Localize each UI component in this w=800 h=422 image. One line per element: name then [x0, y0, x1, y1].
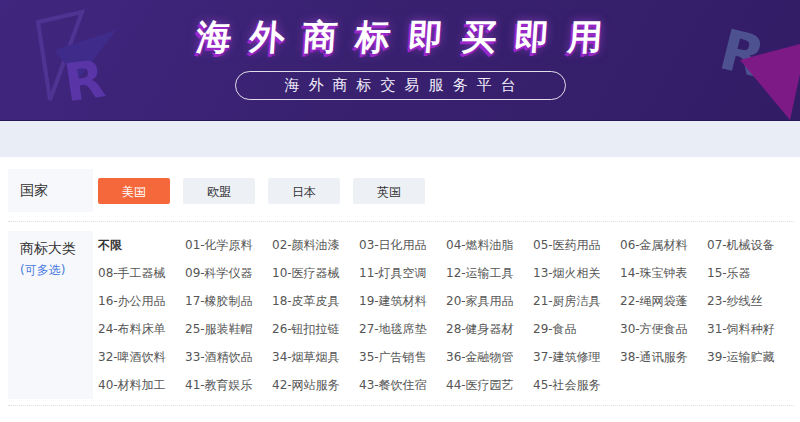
category-option[interactable]: 09-科学仪器	[185, 265, 272, 282]
country-option-usa[interactable]: 美国	[98, 178, 170, 204]
hero-banner: R 海外商标即买即用 海外商标交易服务平台 R	[0, 0, 800, 121]
country-option-japan[interactable]: 日本	[268, 178, 340, 204]
category-option[interactable]: 31-饲料种籽	[707, 321, 794, 338]
category-option[interactable]: 19-建筑材料	[359, 293, 446, 310]
country-label: 国家	[8, 169, 93, 212]
category-option[interactable]: 30-方便食品	[620, 321, 707, 338]
filter-card: 国家 美国 欧盟 日本 英国 商标大类 (可多选) 不限 01-化学原料 02-…	[0, 157, 800, 422]
category-option[interactable]: 08-手工器械	[98, 265, 185, 282]
category-option[interactable]: 21-厨房洁具	[533, 293, 620, 310]
category-label-cell: 商标大类 (可多选)	[8, 231, 93, 399]
category-option[interactable]: 37-建筑修理	[533, 349, 620, 366]
banner-subtitle: 海外商标交易服务平台	[235, 71, 566, 100]
category-option[interactable]: 01-化学原料	[185, 237, 272, 254]
category-option[interactable]: 03-日化用品	[359, 237, 446, 254]
category-option[interactable]: 24-布料床单	[98, 321, 185, 338]
category-option[interactable]: 40-材料加工	[98, 377, 185, 394]
category-option[interactable]: 10-医疗器械	[272, 265, 359, 282]
category-option[interactable]: 36-金融物管	[446, 349, 533, 366]
category-option[interactable]: 29-食品	[533, 321, 620, 338]
country-options: 美国 欧盟 日本 英国	[93, 169, 438, 212]
category-multiselect-hint: (可多选)	[20, 262, 93, 279]
category-label: 商标大类	[20, 240, 93, 258]
country-filter-row: 国家 美国 欧盟 日本 英国	[8, 169, 794, 222]
category-option-any[interactable]: 不限	[98, 237, 185, 254]
category-option[interactable]: 43-餐饮住宿	[359, 377, 446, 394]
category-option[interactable]: 39-运输贮藏	[707, 349, 794, 366]
category-option[interactable]: 15-乐器	[707, 265, 794, 282]
category-option[interactable]: 11-灯具空调	[359, 265, 446, 282]
category-option[interactable]: 07-机械设备	[707, 237, 794, 254]
category-option[interactable]: 17-橡胶制品	[185, 293, 272, 310]
country-option-uk[interactable]: 英国	[353, 178, 425, 204]
category-option[interactable]: 12-运输工具	[446, 265, 533, 282]
category-option[interactable]: 05-医药用品	[533, 237, 620, 254]
category-options-grid: 不限 01-化学原料 02-颜料油漆 03-日化用品 04-燃料油脂 05-医药…	[93, 231, 794, 399]
country-option-eu[interactable]: 欧盟	[183, 178, 255, 204]
category-option[interactable]: 34-烟草烟具	[272, 349, 359, 366]
category-option[interactable]: 38-通讯服务	[620, 349, 707, 366]
category-option[interactable]: 41-教育娱乐	[185, 377, 272, 394]
category-option[interactable]: 06-金属材料	[620, 237, 707, 254]
category-option[interactable]: 14-珠宝钟表	[620, 265, 707, 282]
banner-title: 海外商标即买即用	[0, 0, 800, 61]
category-option[interactable]: 23-纱线丝	[707, 293, 794, 310]
category-filter-row: 商标大类 (可多选) 不限 01-化学原料 02-颜料油漆 03-日化用品 04…	[8, 222, 794, 406]
category-option[interactable]: 44-医疗园艺	[446, 377, 533, 394]
category-option[interactable]: 04-燃料油脂	[446, 237, 533, 254]
category-option[interactable]: 22-绳网袋蓬	[620, 293, 707, 310]
category-option[interactable]: 02-颜料油漆	[272, 237, 359, 254]
category-option[interactable]: 35-广告销售	[359, 349, 446, 366]
category-option[interactable]: 27-地毯席垫	[359, 321, 446, 338]
category-option[interactable]: 13-烟火相关	[533, 265, 620, 282]
category-option[interactable]: 45-社会服务	[533, 377, 620, 394]
category-option[interactable]: 18-皮革皮具	[272, 293, 359, 310]
category-option[interactable]: 42-网站服务	[272, 377, 359, 394]
category-option[interactable]: 16-办公用品	[98, 293, 185, 310]
category-option[interactable]: 26-钮扣拉链	[272, 321, 359, 338]
category-option[interactable]: 32-啤酒饮料	[98, 349, 185, 366]
category-option[interactable]: 28-健身器材	[446, 321, 533, 338]
category-option[interactable]: 20-家具用品	[446, 293, 533, 310]
category-option[interactable]: 33-酒精饮品	[185, 349, 272, 366]
category-option[interactable]: 25-服装鞋帽	[185, 321, 272, 338]
